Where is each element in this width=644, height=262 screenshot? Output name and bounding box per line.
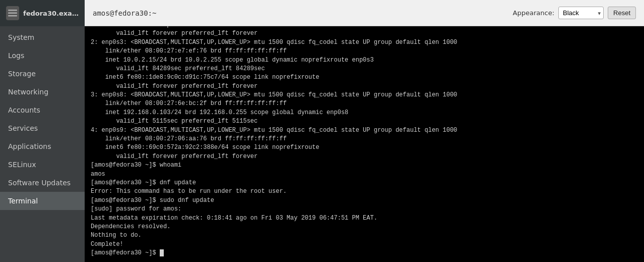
- terminal-title: amos@fedora30:~: [93, 9, 513, 17]
- sidebar-item-terminal[interactable]: Terminal: [0, 192, 85, 210]
- main-content: amos@fedora30:~ Appearance: Black White …: [85, 0, 644, 262]
- sidebar-item-storage[interactable]: Storage: [0, 65, 85, 83]
- sidebar-item-selinux[interactable]: SELinux: [0, 155, 85, 174]
- sidebar-item-label: Services: [8, 124, 38, 132]
- sidebar-item-accounts[interactable]: Accounts: [0, 101, 85, 119]
- topbar: amos@fedora30:~ Appearance: Black White …: [85, 0, 644, 26]
- sidebar-item-label: Software Updates: [8, 179, 71, 187]
- sidebar-item-label: Networking: [8, 88, 48, 96]
- sidebar-item-label: System: [8, 33, 34, 41]
- sidebar-item-networking[interactable]: Networking: [0, 83, 85, 101]
- appearance-select-wrapper[interactable]: Black White: [558, 7, 604, 19]
- svg-rect-2: [8, 15, 17, 17]
- sidebar-header: fedora30.exam...: [0, 0, 85, 26]
- sidebar-nav: System Logs Storage Networking Accounts …: [0, 26, 85, 262]
- sidebar-item-system[interactable]: System: [0, 28, 85, 46]
- terminal-output[interactable]: [amos@fedora30 ~]$ ip add 1: lo: <LOOPBA…: [85, 26, 644, 262]
- sidebar-item-label: Applications: [8, 142, 51, 150]
- svg-rect-1: [8, 13, 17, 14]
- appearance-label: Appearance:: [513, 9, 554, 17]
- app-title: fedora30.exam...: [23, 10, 79, 17]
- terminal-cursor: [160, 249, 164, 256]
- sidebar-item-services[interactable]: Services: [0, 119, 85, 137]
- sidebar-item-label: Accounts: [8, 106, 40, 114]
- sidebar: fedora30.exam... System Logs Storage Net…: [0, 0, 85, 262]
- sidebar-item-label: Terminal: [8, 197, 38, 205]
- svg-rect-0: [8, 10, 17, 11]
- sidebar-item-logs[interactable]: Logs: [0, 46, 85, 65]
- app-icon: [6, 6, 19, 20]
- appearance-select[interactable]: Black White: [558, 7, 604, 19]
- reset-button[interactable]: Reset: [608, 7, 636, 19]
- sidebar-item-label: SELinux: [8, 161, 36, 169]
- sidebar-item-software-updates[interactable]: Software Updates: [0, 174, 85, 192]
- sidebar-item-applications[interactable]: Applications: [0, 137, 85, 155]
- sidebar-item-label: Logs: [8, 51, 24, 60]
- sidebar-item-label: Storage: [8, 70, 36, 78]
- topbar-controls: Appearance: Black White Reset: [513, 7, 636, 19]
